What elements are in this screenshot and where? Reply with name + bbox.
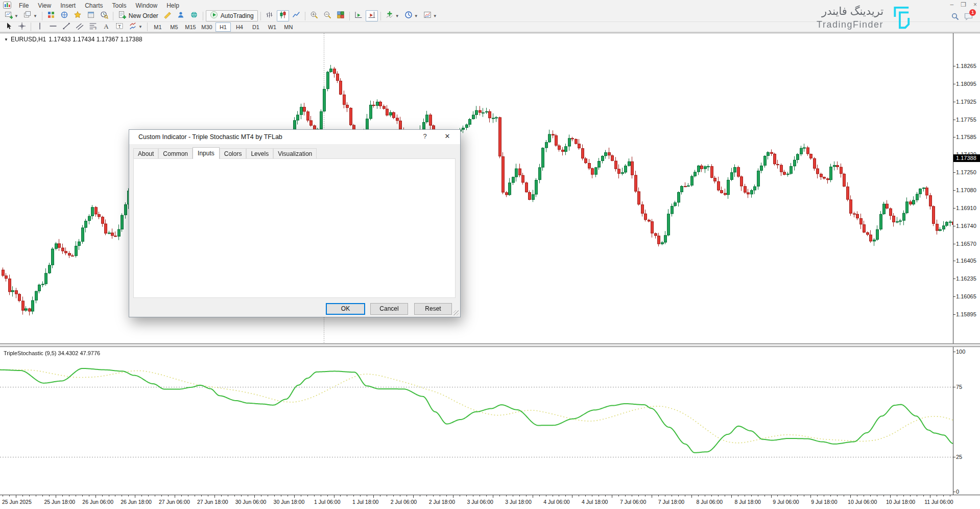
- favorites-button[interactable]: [71, 10, 84, 21]
- chart-bars-button[interactable]: [264, 10, 276, 21]
- profiles-button[interactable]: ▼: [21, 10, 39, 21]
- text-button[interactable]: A: [100, 21, 112, 33]
- menu-view[interactable]: View: [33, 1, 56, 10]
- periods-dropdown-arrow-icon[interactable]: ▼: [414, 14, 418, 18]
- data-window-button[interactable]: [85, 10, 97, 21]
- time-label: 9 Jul 06:00: [773, 499, 799, 505]
- tab-common[interactable]: Common: [158, 148, 193, 159]
- new-chart-button[interactable]: ▼: [3, 10, 20, 21]
- metaeditor-icon: [163, 11, 172, 21]
- signals-icon: [190, 11, 198, 21]
- one-click-trading-arrow-icon[interactable]: ▼: [4, 37, 8, 42]
- price-axis[interactable]: 1.182651.180951.179251.177551.175851.174…: [953, 33, 980, 344]
- indicators-add-button[interactable]: ▼: [384, 10, 401, 21]
- timeframe-d1[interactable]: D1: [248, 22, 264, 32]
- tab-visualization[interactable]: Visualization: [273, 148, 317, 159]
- tile-windows-button[interactable]: [334, 10, 347, 21]
- chart-line-button[interactable]: [290, 10, 302, 21]
- timeframe-h4[interactable]: H4: [232, 22, 247, 32]
- zoom-out-icon: [323, 11, 331, 21]
- tab-colors[interactable]: Colors: [220, 148, 247, 159]
- zoom-in-button[interactable]: [308, 10, 320, 21]
- timeframe-h1[interactable]: H1: [216, 22, 231, 32]
- trendline-button[interactable]: [60, 21, 73, 33]
- menu-charts[interactable]: Charts: [80, 1, 107, 10]
- autotrading-button[interactable]: AutoTrading: [206, 10, 258, 21]
- timeframe-m5[interactable]: M5: [166, 22, 182, 32]
- search-icon[interactable]: [951, 13, 959, 22]
- toolbar-separator: [349, 12, 350, 20]
- timeframe-mn[interactable]: MN: [281, 22, 296, 32]
- dialog-close-button[interactable]: ✕: [440, 132, 455, 142]
- shapes-dropdown-arrow-icon[interactable]: ▼: [138, 25, 142, 29]
- current-price-tag: 1.17388: [953, 154, 980, 162]
- cancel-button[interactable]: Cancel: [370, 303, 408, 315]
- reset-button[interactable]: Reset: [414, 303, 452, 315]
- timeframe-m30[interactable]: M30: [199, 22, 214, 32]
- cursor-icon: [5, 22, 13, 32]
- time-axis[interactable]: 25 Jun 202525 Jun 18:0026 Jun 06:0026 Ju…: [0, 495, 980, 509]
- indicator-panel[interactable]: TripleStochastic (9,5) 34.4302 47.9776 1…: [0, 347, 980, 495]
- tab-about[interactable]: About: [133, 148, 158, 159]
- horizontal-line-button[interactable]: [47, 21, 59, 33]
- indicator-axis[interactable]: 10075250: [953, 347, 980, 495]
- time-label: 7 Jul 18:00: [658, 499, 684, 505]
- indicator-canvas[interactable]: [0, 347, 953, 495]
- new-order-button[interactable]: New Order: [116, 10, 160, 21]
- time-label: 3 Jul 18:00: [505, 499, 531, 505]
- symbol-name: EURUSD,H1: [11, 36, 46, 43]
- market-watch-button[interactable]: [45, 10, 57, 21]
- profiles-dropdown-arrow-icon[interactable]: ▼: [33, 14, 37, 18]
- navigator-button[interactable]: [58, 10, 70, 21]
- metaeditor-button[interactable]: [161, 10, 174, 21]
- vertical-line-button[interactable]: [34, 21, 46, 33]
- close-window-button[interactable]: ×: [973, 1, 977, 8]
- price-label: 1.17755: [956, 117, 976, 123]
- tab-inputs[interactable]: Inputs: [193, 147, 220, 159]
- time-label: 9 Jul 18:00: [811, 499, 837, 505]
- channel-button[interactable]: [74, 21, 86, 33]
- dialog-titlebar[interactable]: Custom Indicator - Triple Stochastic MT4…: [129, 130, 460, 144]
- tab-levels[interactable]: Levels: [246, 148, 273, 159]
- chart-shift-button[interactable]: [366, 10, 378, 21]
- new-chart-dropdown-arrow-icon[interactable]: ▼: [14, 14, 18, 18]
- price-label: 1.16065: [956, 293, 976, 299]
- restore-button[interactable]: ❒: [961, 1, 966, 8]
- cursor-button[interactable]: [3, 21, 15, 33]
- crosshair-button[interactable]: [16, 21, 28, 33]
- indicators-add-dropdown-arrow-icon[interactable]: ▼: [395, 14, 399, 18]
- menu-file[interactable]: File: [14, 1, 33, 10]
- price-label: 1.17080: [956, 187, 976, 193]
- chat-icon[interactable]: 1: [964, 13, 973, 22]
- market-button[interactable]: [175, 10, 187, 21]
- time-label: 4 Jul 06:00: [543, 499, 569, 505]
- zoom-out-button[interactable]: [321, 10, 333, 21]
- label-button[interactable]: T: [113, 21, 126, 33]
- time-label: 3 Jul 06:00: [467, 499, 493, 505]
- signals-button[interactable]: [188, 10, 200, 21]
- timeframe-w1[interactable]: W1: [265, 22, 280, 32]
- menu-help[interactable]: Help: [162, 1, 184, 10]
- chart-candles-button[interactable]: [277, 10, 289, 21]
- dialog-resize-grip[interactable]: [453, 310, 459, 315]
- strategy-tester-button[interactable]: [98, 10, 110, 21]
- menu-tools[interactable]: Tools: [108, 1, 131, 10]
- toolbar-separator: [147, 22, 148, 31]
- time-label: 4 Jul 18:00: [582, 499, 608, 505]
- dialog-help-button[interactable]: ?: [418, 132, 432, 142]
- panel-resize-sash[interactable]: [0, 343, 980, 347]
- timeframe-m15[interactable]: M15: [183, 22, 198, 32]
- timeframe-m1[interactable]: M1: [150, 22, 165, 32]
- shapes-button[interactable]: ▼: [127, 21, 145, 33]
- menu-insert[interactable]: Insert: [56, 1, 80, 10]
- minimize-button[interactable]: –: [950, 1, 954, 8]
- periods-button[interactable]: ▼: [402, 10, 420, 21]
- ok-button[interactable]: OK: [326, 303, 365, 315]
- templates-dropdown-arrow-icon[interactable]: ▼: [433, 14, 437, 18]
- fibonacci-button[interactable]: F: [87, 21, 99, 33]
- indicator-scale-label: 100: [956, 349, 965, 355]
- templates-button[interactable]: ▼: [421, 10, 439, 21]
- menu-window[interactable]: Window: [131, 1, 162, 10]
- toolbar-separator: [305, 12, 305, 20]
- auto-scroll-button[interactable]: [352, 10, 365, 21]
